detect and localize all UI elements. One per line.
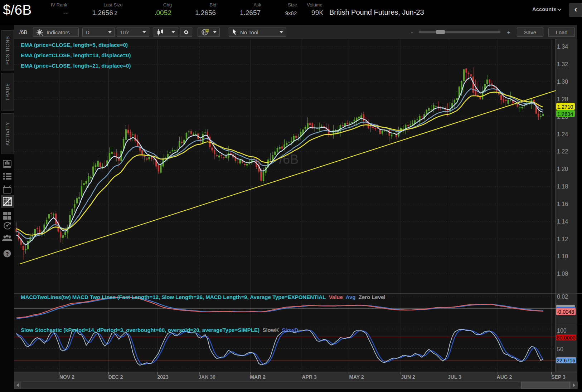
svg-text:JUL 3: JUL 3 bbox=[448, 374, 461, 380]
svg-text:1.12: 1.12 bbox=[557, 236, 568, 242]
svg-text:1.16: 1.16 bbox=[557, 201, 568, 207]
svg-text:DEC 2: DEC 2 bbox=[108, 374, 123, 380]
svg-text:NOV 2: NOV 2 bbox=[59, 374, 74, 380]
svg-text:0.02: 0.02 bbox=[557, 294, 568, 300]
svg-text:100: 100 bbox=[557, 328, 567, 334]
svg-text:22.6716: 22.6716 bbox=[557, 358, 575, 363]
svg-text:MACDTwoLines(tw) MACD Two Line: MACDTwoLines(tw) MACD Two Lines (Fast Le… bbox=[21, 294, 385, 300]
svg-text:?: ? bbox=[5, 251, 9, 257]
svg-text:80.0000: 80.0000 bbox=[557, 335, 575, 340]
svg-text:1.22: 1.22 bbox=[557, 148, 568, 155]
svg-text:1.08: 1.08 bbox=[557, 271, 568, 277]
svg-text:JUN 2: JUN 2 bbox=[401, 374, 415, 380]
svg-text:JAN 30: JAN 30 bbox=[198, 374, 215, 380]
svg-text:1.14: 1.14 bbox=[557, 219, 568, 225]
svg-text:2023: 2023 bbox=[157, 374, 168, 380]
svg-text:SEP 3: SEP 3 bbox=[551, 374, 566, 380]
svg-text:Slow Stochastic (kPeriod=14, d: Slow Stochastic (kPeriod=14, dPeriod=3, … bbox=[21, 327, 299, 333]
svg-text:APR 3: APR 3 bbox=[302, 374, 316, 380]
svg-text:1.10: 1.10 bbox=[557, 253, 568, 259]
svg-text:EMA (price=CLOSE, length=13, d: EMA (price=CLOSE, length=13, displace=0) bbox=[21, 52, 131, 58]
svg-text:EMA (price=CLOSE, length=21, d: EMA (price=CLOSE, length=21, displace=0) bbox=[21, 63, 131, 69]
svg-text:MAR 2: MAR 2 bbox=[250, 374, 266, 380]
svg-text:1.2710: 1.2710 bbox=[557, 104, 573, 110]
svg-text:1.34: 1.34 bbox=[557, 44, 568, 50]
svg-text:1.30: 1.30 bbox=[557, 79, 568, 85]
svg-text:1.18: 1.18 bbox=[557, 183, 568, 190]
svg-text:EMA (price=CLOSE, length=5, di: EMA (price=CLOSE, length=5, displace=0) bbox=[21, 42, 128, 48]
svg-text:-0.0043: -0.0043 bbox=[557, 309, 574, 315]
svg-text:1.28: 1.28 bbox=[557, 96, 568, 102]
svg-text:1.2634: 1.2634 bbox=[557, 111, 573, 117]
svg-text:1.32: 1.32 bbox=[557, 61, 568, 67]
svg-text:50: 50 bbox=[557, 346, 563, 352]
svg-text:1.24: 1.24 bbox=[557, 131, 568, 137]
svg-text:1.20: 1.20 bbox=[557, 166, 568, 172]
svg-text:AUG 2: AUG 2 bbox=[497, 374, 512, 380]
svg-text:MAY 2: MAY 2 bbox=[349, 374, 364, 380]
